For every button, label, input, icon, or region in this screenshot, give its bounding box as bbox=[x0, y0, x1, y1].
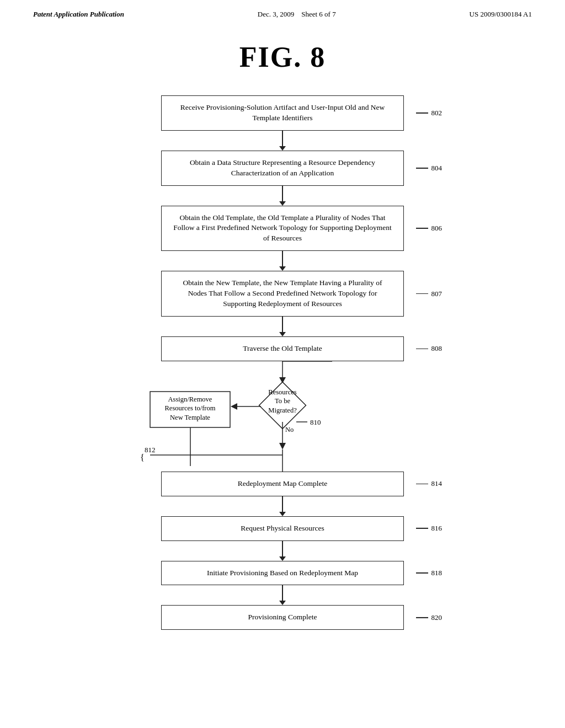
node-808-number: 808 bbox=[431, 344, 443, 354]
node-807-text: Obtain the New Template, the New Templat… bbox=[183, 279, 382, 308]
node-807-wrapper: Obtain the New Template, the New Templat… bbox=[161, 271, 404, 317]
node-816-wrapper: Request Physical Resources 816 bbox=[161, 516, 404, 541]
header-date: Dec. 3, 2009 bbox=[258, 10, 294, 18]
svg-marker-12 bbox=[279, 443, 286, 449]
arrow-804-806 bbox=[279, 186, 286, 206]
diamond-text: ResourcesTo beMigrated? bbox=[244, 388, 321, 415]
node-806-number: 806 bbox=[431, 223, 443, 233]
node-816-number: 816 bbox=[431, 523, 443, 533]
svg-marker-6 bbox=[231, 403, 237, 410]
node-806-text: Obtain the Old Template, the Old Templat… bbox=[173, 213, 392, 243]
node-808: Traverse the Old Template 808 bbox=[161, 336, 404, 361]
node-818-label: 818 bbox=[416, 568, 443, 578]
node-807-number: 807 bbox=[431, 288, 443, 298]
flowchart-diagram: Receive Provisioning-Solution Artifact a… bbox=[0, 95, 565, 652]
arrow-802-804 bbox=[279, 131, 286, 151]
node-804-text: Obtain a Data Structure Representing a R… bbox=[190, 158, 375, 177]
header-publication: Patent Application Publication bbox=[33, 10, 124, 19]
loop-brace: { bbox=[140, 453, 145, 462]
arrow-807-808 bbox=[279, 317, 286, 336]
node-812-number: 812 bbox=[145, 446, 156, 454]
arrow-814-816 bbox=[279, 496, 286, 516]
loop-section: ResourcesTo beMigrated? 810 Yes Assign/R… bbox=[139, 361, 426, 488]
node-814-text: Redeployment Map Complete bbox=[238, 479, 328, 488]
node-820: Provisioning Complete 820 bbox=[161, 605, 404, 630]
arrow-816-818 bbox=[279, 541, 286, 561]
arrow-818-820 bbox=[279, 585, 286, 605]
node-802-label: 802 bbox=[416, 108, 443, 118]
node-807-label: 807 bbox=[416, 288, 443, 298]
node-808-label: 808 bbox=[416, 344, 443, 354]
node-806-label: 806 bbox=[416, 223, 443, 233]
arrow-806-807 bbox=[279, 251, 286, 271]
node-808-wrapper: Traverse the Old Template 808 bbox=[161, 336, 404, 361]
header-date-sheet: Dec. 3, 2009 Sheet 6 of 7 bbox=[258, 10, 336, 19]
node-808-text: Traverse the Old Template bbox=[243, 344, 322, 352]
node-804-wrapper: Obtain a Data Structure Representing a R… bbox=[161, 151, 404, 186]
node-806-wrapper: Obtain the Old Template, the Old Templat… bbox=[161, 206, 404, 251]
node-814-wrapper: Redeployment Map Complete 814 bbox=[161, 472, 404, 496]
node-814-number: 814 bbox=[431, 479, 443, 489]
node-802-number: 802 bbox=[431, 108, 443, 118]
node-816-text: Request Physical Resources bbox=[241, 524, 324, 532]
node-820-wrapper: Provisioning Complete 820 bbox=[161, 605, 404, 630]
node-820-number: 820 bbox=[431, 613, 443, 623]
node-802-wrapper: Receive Provisioning-Solution Artifact a… bbox=[161, 95, 404, 131]
header-patent-number: US 2009/0300184 A1 bbox=[470, 10, 532, 19]
header-sheet: Sheet 6 of 7 bbox=[301, 10, 335, 18]
node-816: Request Physical Resources 816 bbox=[161, 516, 404, 541]
node-818-number: 818 bbox=[431, 568, 443, 578]
figure-title: FIG. 8 bbox=[0, 41, 565, 73]
loop-svg: ResourcesTo beMigrated? 810 Yes Assign/R… bbox=[139, 361, 426, 488]
node-802-text: Receive Provisioning-Solution Artifact a… bbox=[180, 103, 385, 122]
node-802: Receive Provisioning-Solution Artifact a… bbox=[161, 95, 404, 131]
node-818-wrapper: Initiate Provisioning Based on Redeploym… bbox=[161, 561, 404, 586]
page-header: Patent Application Publication Dec. 3, 2… bbox=[0, 0, 565, 24]
node-806: Obtain the Old Template, the Old Templat… bbox=[161, 206, 404, 251]
node-810-number: 810 bbox=[310, 418, 321, 426]
node-804-number: 804 bbox=[431, 163, 443, 173]
node-814: Redeployment Map Complete 814 bbox=[161, 472, 404, 496]
node-820-text: Provisioning Complete bbox=[248, 613, 317, 621]
node-804: Obtain a Data Structure Representing a R… bbox=[161, 151, 404, 186]
node-804-label: 804 bbox=[416, 163, 443, 173]
node-812-text: Assign/RemoveResources to/fromNew Templa… bbox=[151, 393, 229, 424]
node-816-label: 816 bbox=[416, 523, 443, 533]
no-label: No bbox=[285, 426, 294, 433]
node-820-label: 820 bbox=[416, 613, 443, 623]
node-818: Initiate Provisioning Based on Redeploym… bbox=[161, 561, 404, 586]
node-814-label: 814 bbox=[416, 479, 443, 489]
node-818-text: Initiate Provisioning Based on Redeploym… bbox=[207, 569, 358, 577]
node-807: Obtain the New Template, the New Templat… bbox=[161, 271, 404, 317]
